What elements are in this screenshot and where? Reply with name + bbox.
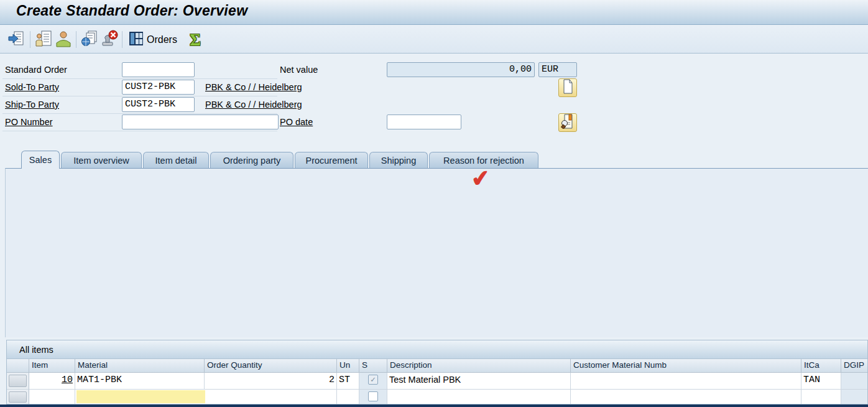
display-sold-to-button[interactable] — [34, 30, 53, 50]
items-grid-header: Item Material Order Quantity Un S Descri… — [7, 359, 867, 373]
tab-item-overview[interactable]: Item overview — [61, 152, 142, 168]
back-to-document-button[interactable] — [6, 30, 26, 50]
selector-column-header[interactable] — [7, 359, 29, 373]
checkbox-unchecked-icon[interactable] — [368, 391, 378, 401]
row-separator — [2, 96, 277, 96]
material-input-active[interactable] — [76, 390, 205, 403]
person-icon — [55, 30, 72, 50]
all-items-section: All items Item Material Order Quantity U… — [6, 340, 868, 405]
ship-to-party-input[interactable]: CUST2-PBK — [122, 97, 195, 112]
tab-shipping[interactable]: Shipping — [369, 152, 428, 168]
ship-to-party-description-link[interactable]: PBK & Co / / Heidelberg — [205, 100, 302, 110]
title-bar: Create Standard Order: Overview — [0, 0, 868, 25]
create-document-button[interactable] — [558, 78, 577, 97]
unit-cell[interactable] — [337, 390, 359, 405]
table-row: 10 MAT1-PBK 2 ST Test Material PBK TAN — [7, 373, 867, 390]
checkbox-checked-icon[interactable] — [368, 375, 378, 385]
sold-to-party-input[interactable]: CUST2-PBK — [122, 80, 195, 95]
column-header-dgip[interactable]: DGIP — [841, 359, 868, 373]
person-document-icon — [35, 30, 52, 50]
s-cell — [359, 390, 387, 405]
sap-window: Create Standard Order: Overview — [0, 0, 868, 407]
item-number-link[interactable]: 10 — [62, 375, 73, 385]
item-number-cell[interactable] — [29, 390, 75, 405]
arrow-into-document-icon — [7, 30, 25, 49]
table-grid-icon — [128, 30, 144, 49]
all-items-title: All items — [19, 345, 53, 355]
orders-button[interactable]: Orders — [126, 30, 180, 50]
tab-sales[interactable]: Sales — [21, 151, 60, 169]
stamp-reject-icon — [101, 30, 118, 50]
status-overview-button[interactable] — [80, 30, 99, 50]
all-items-title-bar: All items — [7, 340, 867, 359]
column-header-material[interactable]: Material — [75, 359, 205, 373]
ship-to-party-label[interactable]: Ship-To Party — [5, 100, 59, 110]
column-header-order-quantity[interactable]: Order Quantity — [205, 359, 337, 373]
item-number-cell[interactable]: 10 — [29, 373, 75, 390]
sold-to-party-description-link[interactable]: PBK & Co / / Heidelberg — [205, 82, 302, 92]
toolbar-separator — [122, 31, 122, 48]
table-row — [7, 390, 867, 405]
sigma-icon: Σ — [190, 30, 201, 50]
display-customer-button[interactable] — [53, 30, 73, 50]
column-header-customer-material[interactable]: Customer Material Numb — [571, 359, 801, 373]
standard-order-label: Standard Order — [5, 65, 67, 75]
material-cell[interactable]: MAT1-PBK — [75, 373, 205, 390]
display-doc-header-button[interactable] — [558, 113, 577, 132]
sold-to-party-label[interactable]: Sold-To Party — [5, 82, 59, 92]
dgip-cell — [841, 390, 868, 405]
toolbar-separator — [30, 31, 30, 48]
row-selector[interactable] — [7, 373, 29, 390]
sum-button[interactable]: Σ — [185, 30, 205, 50]
po-date-label[interactable]: PO date — [280, 117, 313, 127]
customer-material-cell[interactable] — [571, 373, 801, 390]
description-cell[interactable] — [387, 390, 571, 405]
page-title: Create Standard Order: Overview — [16, 2, 247, 19]
orders-button-label: Orders — [147, 34, 177, 45]
reject-document-button[interactable] — [99, 30, 119, 50]
row-separator — [2, 78, 277, 79]
unit-cell[interactable]: ST — [337, 373, 359, 390]
order-quantity-cell[interactable] — [205, 390, 337, 405]
material-cell-active[interactable] — [75, 390, 205, 405]
document-person-icon — [561, 114, 575, 131]
red-checkmark-annotation: ✔ — [470, 165, 491, 193]
bottom-edge-strip — [0, 405, 868, 407]
documents-globe-icon — [81, 30, 98, 50]
dgip-cell — [841, 373, 868, 390]
standard-order-input[interactable] — [122, 62, 195, 77]
column-header-item[interactable]: Item — [29, 359, 75, 373]
description-cell[interactable]: Test Material PBK — [387, 373, 571, 390]
toolbar-separator — [76, 31, 76, 48]
sales-tab-panel — [5, 168, 868, 337]
currency-field: EUR — [538, 62, 577, 77]
tab-item-detail[interactable]: Item detail — [143, 152, 209, 168]
column-header-description[interactable]: Description — [387, 359, 571, 373]
tab-procurement[interactable]: Procurement — [295, 152, 368, 168]
itca-cell[interactable]: TAN — [801, 373, 841, 390]
po-number-label[interactable]: PO Number — [5, 117, 53, 127]
customer-material-cell[interactable] — [571, 390, 801, 405]
po-date-input[interactable] — [387, 115, 461, 129]
row-separator — [2, 131, 277, 131]
net-value-label: Net value — [280, 65, 318, 75]
column-header-s[interactable]: S — [359, 359, 387, 373]
row-selector[interactable] — [7, 390, 29, 405]
column-header-itca[interactable]: ItCa — [801, 359, 841, 373]
s-cell — [359, 373, 387, 390]
itca-cell[interactable] — [801, 390, 841, 405]
column-header-un[interactable]: Un — [337, 359, 359, 373]
order-quantity-cell[interactable]: 2 — [205, 373, 337, 390]
po-number-input[interactable] — [122, 115, 279, 129]
net-value-field: 0,00 — [387, 62, 535, 77]
blank-page-icon — [561, 79, 574, 96]
row-separator — [2, 113, 277, 114]
tab-ordering-party[interactable]: Ordering party — [210, 152, 293, 168]
